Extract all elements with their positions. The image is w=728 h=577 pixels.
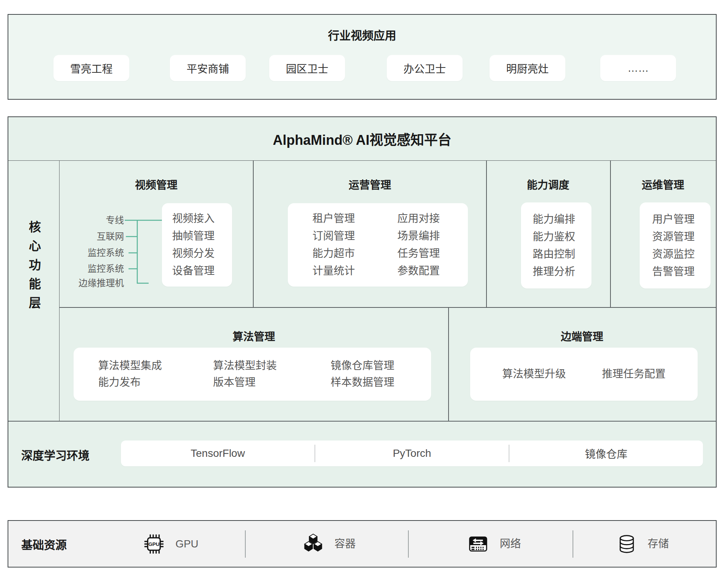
list-item: 告警管理 xyxy=(652,266,711,278)
video-source-label: 监控系统 xyxy=(88,263,124,274)
list-item: 抽帧管理 xyxy=(172,230,232,242)
resource-label: 网络 xyxy=(500,538,521,550)
gpu-chip-icon: GPU xyxy=(142,532,166,556)
list-item: 计量统计 xyxy=(312,265,355,277)
resource-network: 网络 xyxy=(437,521,551,567)
list-item: 版本管理 xyxy=(213,377,277,388)
resource-label: 存储 xyxy=(648,538,669,550)
app-box-pingan: 平安商铺 xyxy=(170,55,246,81)
list-item: 资源监控 xyxy=(652,249,711,260)
list-item: 能力编排 xyxy=(533,214,592,225)
divider xyxy=(245,530,246,558)
video-source-label: 监控系统 xyxy=(88,247,124,259)
list-item: 路由控制 xyxy=(533,249,592,260)
industry-apps-section: 行业视频应用 雪亮工程 平安商铺 园区卫士 办公卫士 明厨亮灶 …… xyxy=(8,14,717,100)
network-switch-icon xyxy=(466,532,490,556)
algorithm-management-title: 算法管理 xyxy=(60,328,448,343)
divider xyxy=(408,530,409,558)
architecture-diagram: 行业视频应用 雪亮工程 平安商铺 园区卫士 办公卫士 明厨亮灶 …… Alpha… xyxy=(0,0,728,577)
capability-scheduling-title: 能力调度 xyxy=(486,177,610,192)
video-source-label: 专线 xyxy=(106,215,124,226)
capability-scheduling-box: 能力编排 能力鉴权 路由控制 推理分析 xyxy=(521,202,592,288)
edge-management-title: 边端管理 xyxy=(448,328,716,343)
industry-apps-title: 行业视频应用 xyxy=(8,26,716,43)
om-management-title: 运维管理 xyxy=(610,177,716,192)
resource-container: 容器 xyxy=(272,521,386,567)
video-source-label: 互联网 xyxy=(97,231,124,242)
algorithm-management-box: 算法模型集成 能力发布 算法模型封装 版本管理 镜像仓库管理 样本数据管理 xyxy=(74,348,431,401)
operations-management-title: 运营管理 xyxy=(253,177,487,192)
app-box-mingchu: 明厨亮灶 xyxy=(490,55,565,81)
list-item: 资源管理 xyxy=(652,231,711,243)
column-capability-scheduling: 能力调度 能力编排 能力鉴权 路由控制 推理分析 xyxy=(486,161,610,307)
column-video-management: 视频管理 专线 互联网 监控系统 监控系统 边缘推理机 视频接入 抽帧管理 视频… xyxy=(60,161,253,307)
list-item: 能力超市 xyxy=(312,248,355,259)
core-function-layer-label: 核心功能层 xyxy=(25,221,42,315)
infra-section: 基础资源 GPU GPU xyxy=(8,520,717,568)
row-edge-management: 边端管理 算法模型升级 推理任务配置 xyxy=(448,307,716,421)
list-item: 视频分发 xyxy=(172,248,232,259)
list-item: 场景编排 xyxy=(397,230,440,242)
video-source-label: 边缘推理机 xyxy=(78,278,124,289)
infra-label: 基础资源 xyxy=(21,521,67,567)
container-cubes-icon xyxy=(302,533,325,555)
list-item: 镜像仓库管理 xyxy=(331,360,394,372)
app-box-yuanqu: 园区卫士 xyxy=(269,55,345,81)
column-om-management: 运维管理 用户管理 资源管理 资源监控 告警管理 xyxy=(610,161,716,307)
list-item: 用户管理 xyxy=(652,214,711,225)
resource-gpu: GPU GPU xyxy=(113,521,227,567)
dl-framework: PyTorch xyxy=(315,441,509,466)
list-item: 算法模型封装 xyxy=(213,360,277,372)
storage-database-icon xyxy=(616,533,638,555)
row-algorithm-management: 算法管理 算法模型集成 能力发布 算法模型封装 版本管理 镜像仓库管理 样本数据… xyxy=(60,307,448,421)
list-item: 能力鉴权 xyxy=(533,231,592,243)
list-item: 设备管理 xyxy=(172,265,232,277)
list-item: 能力发布 xyxy=(98,377,162,388)
dl-framework: TensorFlow xyxy=(121,441,315,466)
resource-label: GPU xyxy=(176,538,199,550)
video-management-box: 视频接入 抽帧管理 视频分发 设备管理 xyxy=(162,203,232,287)
platform-title: AlphaMind® AI视觉感知平台 xyxy=(8,117,716,161)
list-item: 租户管理 xyxy=(312,213,355,224)
platform-section: AlphaMind® AI视觉感知平台 核心功能层 视频管理 专线 互联网 监控… xyxy=(8,116,717,488)
list-item: 视频接入 xyxy=(172,213,232,224)
svg-text:GPU: GPU xyxy=(148,541,159,547)
list-item: 参数配置 xyxy=(397,265,440,277)
resource-label: 容器 xyxy=(334,538,356,550)
list-item: 推理任务配置 xyxy=(602,368,666,380)
resource-storage: 存储 xyxy=(585,521,699,567)
deep-learning-env-bar: TensorFlow PyTorch 镜像仓库 xyxy=(121,441,703,466)
list-item: 订阅管理 xyxy=(312,230,355,242)
list-item: 应用对接 xyxy=(397,213,440,224)
list-item: 算法模型集成 xyxy=(98,360,162,372)
om-management-box: 用户管理 资源管理 资源监控 告警管理 xyxy=(640,202,711,288)
list-item: 样本数据管理 xyxy=(331,377,394,388)
list-item: 算法模型升级 xyxy=(502,368,566,380)
column-operations-management: 运营管理 租户管理 订阅管理 能力超市 计量统计 应用对接 场景编排 任务管理 … xyxy=(253,161,487,307)
deep-learning-env-label: 深度学习环境 xyxy=(21,421,89,488)
operations-management-box: 租户管理 订阅管理 能力超市 计量统计 应用对接 场景编排 任务管理 参数配置 xyxy=(288,203,468,287)
divider xyxy=(573,530,573,558)
dl-framework: 镜像仓库 xyxy=(509,441,703,466)
app-box-bangong: 办公卫士 xyxy=(387,55,463,81)
app-box-ellipsis: …… xyxy=(600,55,676,81)
edge-management-box: 算法模型升级 推理任务配置 xyxy=(470,348,698,401)
core-function-layer-column: 核心功能层 xyxy=(8,161,60,421)
list-item: 任务管理 xyxy=(397,248,440,259)
list-item: 推理分析 xyxy=(533,266,592,278)
app-box-xueliang: 雪亮工程 xyxy=(53,55,129,81)
deep-learning-env-row: 深度学习环境 TensorFlow PyTorch 镜像仓库 xyxy=(8,421,716,488)
